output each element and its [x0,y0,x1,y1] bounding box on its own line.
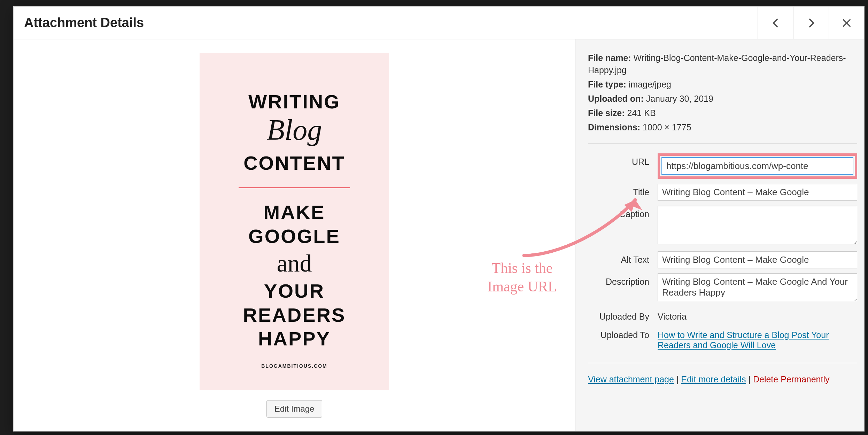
meta-label: Uploaded on: [588,94,644,104]
close-icon [842,18,852,28]
image-divider [239,187,350,188]
bottom-links: View attachment page | Edit more details… [588,373,857,384]
image-text: and [277,250,312,277]
divider [588,143,857,144]
meta-dimensions: Dimensions: 1000 × 1775 [588,121,857,133]
view-attachment-page-link[interactable]: View attachment page [588,374,674,384]
field-row-uploaded-by: Uploaded By Victoria [588,308,857,322]
admin-sidebar-sliver [0,0,14,435]
image-text: HAPPY [258,329,331,349]
meta-value: 241 KB [627,108,656,118]
meta-file-size: File size: 241 KB [588,107,857,119]
separator: | [676,374,681,384]
url-highlight [658,153,857,179]
title-input[interactable] [658,184,857,201]
delete-permanently-link[interactable]: Delete Permanently [753,374,830,384]
meta-file-name: File name: Writing-Blog-Content-Make-Goo… [588,52,857,76]
chevron-left-icon [770,17,781,29]
image-text: READERS [243,305,346,326]
uploaded-to-link[interactable]: How to Write and Structure a Blog Post Y… [658,330,829,350]
modal-title: Attachment Details [24,15,144,30]
alt-text-input[interactable] [658,251,857,268]
image-text: WRITING [248,92,340,112]
annotation-text: This is the Image URL [473,259,571,296]
image-text: MAKE [264,202,325,223]
url-input[interactable] [661,157,853,175]
field-label: Uploaded To [588,327,658,340]
meta-value: January 30, 2019 [646,94,713,104]
meta-label: Dimensions: [588,122,640,132]
modal-body: WRITING Blog CONTENT MAKE GOOGLE and YOU… [14,39,864,431]
next-button[interactable] [793,7,829,39]
edit-image-button[interactable]: Edit Image [266,400,323,418]
prev-button[interactable] [758,7,793,39]
field-label: Uploaded By [588,308,658,322]
field-label: URL [588,153,658,167]
meta-value: 1000 × 1775 [643,122,691,132]
image-text: Blog [267,113,322,147]
field-label: Description [588,273,658,287]
uploaded-by-value: Victoria [658,308,857,322]
chevron-right-icon [806,17,817,29]
image-brand-text: BLOGAMBITIOUS.COM [261,363,327,369]
meta-value: image/jpeg [629,79,671,89]
image-text: GOOGLE [248,226,340,247]
field-row-url: URL [588,153,857,179]
annotation-line: Image URL [487,278,557,295]
preview-panel: WRITING Blog CONTENT MAKE GOOGLE and YOU… [14,39,575,431]
separator: | [749,374,753,384]
meta-label: File type: [588,79,626,89]
caption-textarea[interactable] [658,206,857,244]
modal-header: Attachment Details [14,7,864,39]
divider [588,363,857,363]
description-textarea[interactable]: Writing Blog Content – Make Google And Y… [658,273,857,301]
field-row-uploaded-to: Uploaded To How to Write and Structure a… [588,327,857,350]
meta-label: File name: [588,53,631,63]
annotation-arrow-icon [517,186,656,259]
image-text: YOUR [264,281,325,302]
close-button[interactable] [829,7,864,39]
field-row-description: Description Writing Blog Content – Make … [588,273,857,303]
meta-uploaded-on: Uploaded on: January 30, 2019 [588,93,857,105]
attachment-details-modal: Attachment Details WRITING Blog CONTENT … [13,6,865,432]
annotation-line: This is the [492,260,553,276]
edit-more-details-link[interactable]: Edit more details [681,374,746,384]
image-text: CONTENT [243,153,345,174]
attachment-image-preview: WRITING Blog CONTENT MAKE GOOGLE and YOU… [200,53,389,390]
meta-file-type: File type: image/jpeg [588,78,857,91]
modal-header-nav [758,7,864,39]
meta-label: File size: [588,108,625,118]
